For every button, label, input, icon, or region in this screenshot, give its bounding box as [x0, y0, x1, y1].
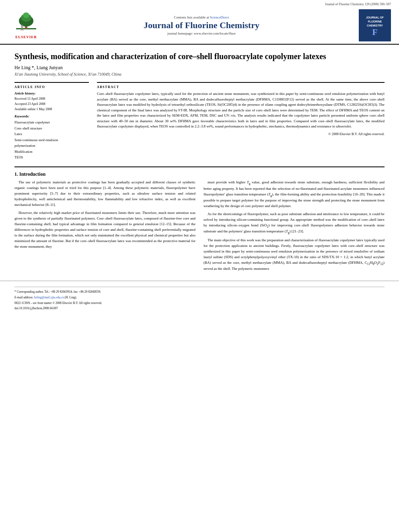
abstract-text: Core–shell fluoroacrylate copolymer late… [97, 91, 385, 129]
svg-point-5 [21, 25, 23, 27]
article-info-column: ARTICLE INFO Article history: Received 1… [14, 82, 89, 160]
copyright-line: © 2008 Elsevier B.V. All rights reserved… [97, 132, 385, 136]
article-info-abstract: ARTICLE INFO Article history: Received 1… [14, 82, 385, 160]
article-authors: He Ling *, Liang Junyan [14, 65, 385, 71]
keyword-3: Latex [14, 131, 89, 137]
svg-text:JOURNAL OF: JOURNAL OF [366, 16, 384, 19]
journal-header: Journal of Fluorine Chemistry 129 (2008)… [0, 0, 399, 45]
right-para-2: As for the shortcomings of fluoropolymer… [204, 212, 385, 235]
svg-text:F: F [372, 27, 377, 37]
abstract-box: ABSTRACT Core–shell fluoroacrylate copol… [97, 82, 385, 136]
intro-para-2: However, the relatively high market pric… [14, 210, 195, 250]
article-title: Synthesis, modification and characteriza… [14, 51, 385, 62]
available-date: Available online 1 May 2008 [14, 107, 89, 112]
elsevier-label: ELSEVIER [15, 35, 37, 39]
section-title: Introduction [19, 171, 45, 177]
intro-para-1: The use of polymeric materials as protec… [14, 180, 195, 208]
header-content: ELSEVIER Contents lists available at Sci… [8, 8, 391, 44]
keyword-1: Fluoroacrylate copolymer [14, 119, 89, 125]
body-col-right: must provide with higher Tg value, good … [204, 180, 385, 274]
body-text-left: The use of polymeric materials as protec… [14, 180, 195, 249]
section-number: 1. [14, 171, 18, 177]
article-main: Synthesis, modification and characteriza… [0, 45, 399, 281]
keywords-list: Fluoroacrylate copolymer Core–shell stru… [14, 119, 89, 160]
footer-email: E-mail address: heling@mail.xjtu.edu.cn … [14, 295, 385, 300]
article-affiliation: Xi'an Jiaotong University, School of Sci… [14, 72, 385, 76]
article-dates: Received 12 April 2008 Accepted 23 April… [14, 97, 89, 112]
right-para-3: The main objective of this work was the … [204, 238, 385, 272]
journal-meta: Journal of Fluorine Chemistry 129 (2008)… [8, 2, 391, 6]
journal-title-header: Journal of Fluorine Chemistry [44, 20, 359, 31]
email-link[interactable]: heling@mail.xjtu.edu.cn [34, 296, 64, 299]
footer-open-access: 0022-1139/$ – see front matter © 2008 El… [14, 301, 385, 305]
elsevier-logo: ELSEVIER [8, 12, 44, 39]
footer-footnote-star: * Corresponding author. Tel.: +86 29 826… [14, 290, 385, 294]
footer-doi: doi:10.1016/j.jfluchem.2008.04.007 [14, 306, 385, 310]
page-footer: * Corresponding author. Tel.: +86 29 826… [0, 281, 399, 313]
body-text-right: must provide with higher Tg value, good … [204, 180, 385, 271]
section-heading: 1. Introduction [14, 171, 385, 177]
sciencedirect-link[interactable]: ScienceDirect [210, 15, 229, 19]
article-info-box: ARTICLE INFO Article history: Received 1… [14, 82, 89, 160]
right-para-1: must provide with higher Tg value, good … [204, 180, 385, 209]
keyword-4: Semi-continuous seed emulsion [14, 137, 89, 143]
introduction-section: 1. Introduction The use of polymeric mat… [14, 166, 385, 274]
received-date: Received 12 April 2008 [14, 97, 89, 102]
journal-logo-right: JOURNAL OF FLUORINE CHEMISTRY F [359, 9, 391, 41]
journal-homepage: journal homepage: www.elsevier.com/locat… [44, 31, 359, 35]
elsevier-tree-icon [14, 12, 38, 34]
body-col-left: The use of polymeric materials as protec… [14, 180, 195, 274]
svg-text:CHEMISTRY: CHEMISTRY [367, 24, 383, 27]
email-person: (H. Ling). [65, 296, 77, 299]
keywords-title: Keywords: [14, 114, 89, 118]
svg-text:FLUORINE: FLUORINE [368, 20, 382, 23]
body-two-col: The use of polymeric materials as protec… [14, 180, 385, 274]
keyword-7: TEOS [14, 154, 89, 160]
article-history-title: Article history: [14, 91, 89, 95]
abstract-title: ABSTRACT [97, 85, 385, 89]
keyword-6: Modification [14, 149, 89, 154]
header-center: Contents lists available at ScienceDirec… [44, 15, 359, 35]
accepted-date: Accepted 23 April 2008 [14, 102, 89, 107]
keyword-5: polymerization [14, 143, 89, 148]
email-label: E-mail address: [14, 296, 33, 299]
keyword-2: Core–shell structure [14, 125, 89, 131]
journal-logo-icon: JOURNAL OF FLUORINE CHEMISTRY F [361, 12, 389, 39]
article-info-title: ARTICLE INFO [14, 85, 89, 89]
page: Journal of Fluorine Chemistry 129 (2008)… [0, 0, 399, 532]
svg-point-4 [23, 12, 29, 18]
abstract-column: ABSTRACT Core–shell fluoroacrylate copol… [97, 82, 385, 160]
sciencedirect-line: Contents lists available at ScienceDirec… [44, 15, 359, 19]
